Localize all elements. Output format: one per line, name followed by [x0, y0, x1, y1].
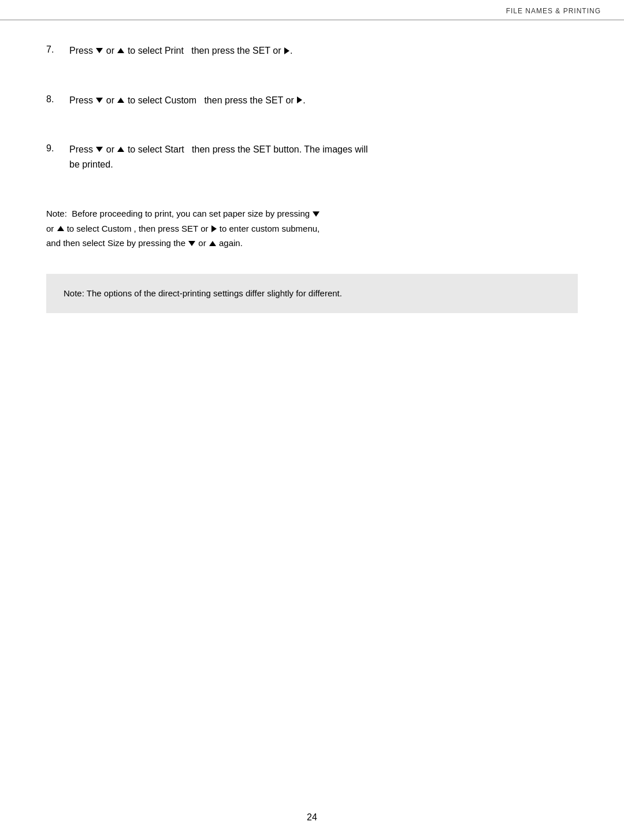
note1-text: Note: Before proceeding to print, you ca…	[46, 209, 320, 248]
arrow-up-icon	[117, 98, 124, 103]
arrow-right-icon	[211, 225, 217, 232]
step-9: 9. Press or to select Start then press t…	[46, 142, 578, 172]
arrow-up-icon	[209, 241, 216, 246]
note-box: Note: The options of the direct-printing…	[46, 274, 578, 313]
arrow-down-icon	[96, 147, 103, 152]
arrow-up-icon	[117, 147, 124, 152]
header-bar: FILE NAMES & PRINTING	[0, 0, 624, 20]
arrow-right-icon	[297, 96, 302, 103]
arrow-up-icon	[57, 226, 64, 231]
step-7: 7. Press or to select Print then press t…	[46, 43, 578, 58]
arrow-down-icon	[96, 48, 103, 53]
main-content: 7. Press or to select Print then press t…	[0, 20, 624, 371]
step-7-number: 7.	[46, 43, 69, 58]
step-8-text: Press or to select Custom then press the…	[69, 93, 578, 108]
arrow-down-icon	[188, 241, 195, 246]
step-9-text: Press or to select Start then press the …	[69, 142, 578, 172]
page-number: 24	[307, 812, 317, 823]
arrow-down-icon	[313, 211, 320, 217]
step-8: 8. Press or to select Custom then press …	[46, 93, 578, 108]
arrow-right-icon	[284, 47, 289, 54]
step-7-text: Press or to select Print then press the …	[69, 43, 578, 58]
arrow-down-icon	[96, 98, 103, 103]
step-8-number: 8.	[46, 93, 69, 108]
note2-text: Note: The options of the direct-printing…	[64, 288, 342, 298]
header-title: FILE NAMES & PRINTING	[506, 7, 601, 15]
step-9-number: 9.	[46, 142, 69, 172]
note-block-1: Note: Before proceeding to print, you ca…	[46, 206, 578, 251]
arrow-up-icon	[117, 48, 124, 53]
